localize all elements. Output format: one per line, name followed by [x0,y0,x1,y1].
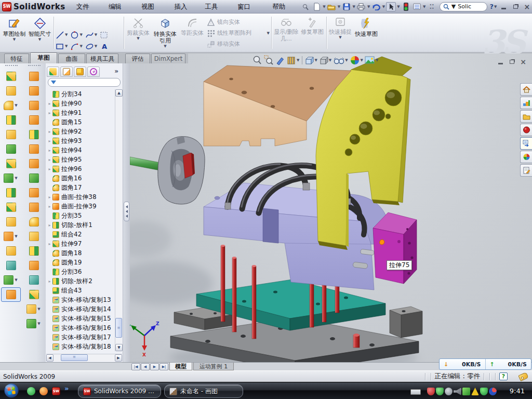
sketch-text-icon[interactable]: A [100,42,109,51]
tree-item[interactable]: 分割36 [46,267,115,276]
arc-dropdown-icon[interactable]: ▼ [79,44,82,48]
tree-item[interactable]: 实体-移动/复制14 [46,304,115,314]
security-red-icon[interactable] [427,388,435,395]
toolbar-overflow-icon[interactable]: ⁚⁚ [427,2,437,11]
freeform-icon[interactable]: ▼ [24,316,44,331]
selected-tool-icon[interactable] [1,287,21,302]
custom-properties-icon[interactable] [520,164,532,177]
swept-boss-icon[interactable] [24,69,44,84]
view-settings-dropdown-icon[interactable]: ▼ [423,5,425,9]
dimxpertmanager-tab[interactable]: + [87,66,100,77]
new-document-icon[interactable] [312,2,322,11]
doc-close-button[interactable]: × [518,58,528,65]
quicklaunch-chevron-icon[interactable]: » [64,384,69,392]
launcher-icon[interactable] [39,387,48,395]
tab-sketch[interactable]: 草图 [30,52,57,63]
undo-icon[interactable] [371,2,381,11]
task-paint[interactable]: 未命名 - 画图 [164,384,243,398]
select-dropdown-icon[interactable]: ▼ [397,5,400,9]
shield-plus-icon[interactable] [480,388,488,395]
tree-item[interactable]: ▸切除-放样2 [46,276,115,286]
circle-icon[interactable] [70,31,79,39]
spline-icon[interactable] [85,31,94,39]
view-settings-icon[interactable] [412,2,422,11]
rib-icon[interactable] [24,127,44,142]
smart-dimension-dropdown-icon[interactable]: ▼ [38,37,41,42]
quick-tips-icon[interactable]: ? [499,373,508,380]
help-icon[interactable]: ? [489,3,494,10]
tree-item[interactable]: ▸拉伸95 [46,155,115,164]
convert-entities-button[interactable]: 转换实体引用▼ [152,16,179,50]
spline-dropdown-icon[interactable]: ▼ [95,33,97,37]
tree-item[interactable]: ▸拉伸97 [46,239,115,248]
tree-item[interactable]: 圆角19 [46,258,115,267]
search-dropdown-icon[interactable]: ▼ [451,3,456,10]
home-icon[interactable] [520,83,532,96]
tree-item[interactable]: ▸切除-放样1 [46,220,115,230]
sprue-clamp[interactable] [158,136,205,204]
graphics-viewport[interactable]: Y Z X ▼ ▼ ▼ ▼ ▼ ▼ × 拉 [130,54,532,362]
tree-item[interactable]: 实体-移动/复制18 [46,342,115,351]
tree-item[interactable]: ▸拉伸92 [46,127,115,136]
thicken-icon[interactable] [24,185,44,200]
parting-line-icon[interactable] [24,244,44,258]
orientation-dropdown-icon[interactable]: ▼ [314,58,317,62]
messenger-icon[interactable] [27,387,35,395]
sketch-button[interactable]: 草图绘制▼ [2,16,26,50]
solidworks-quicklaunch-icon[interactable]: SW [52,387,60,395]
tree-item[interactable]: 圆角18 [46,248,115,258]
doc-restore-button[interactable] [507,58,516,65]
menu-tools[interactable]: 工具(T) [200,0,232,14]
menu-file[interactable]: 文件(F) [71,0,103,14]
tree-item[interactable]: 组合43 [46,286,115,295]
zoom-area-icon[interactable] [264,55,273,65]
tree-item[interactable]: 分割34 [46,89,115,99]
rectangle-icon[interactable] [56,42,64,51]
menu-insert[interactable]: 插入(I) [169,0,200,14]
section-view-icon[interactable] [287,55,296,65]
tree-item[interactable]: 圆角15 [46,117,115,127]
lofted-boss-icon[interactable] [24,98,44,113]
rectangle-dropdown-icon[interactable]: ▼ [65,44,68,48]
side-core-block[interactable] [373,212,417,284]
display-style-dropdown-icon[interactable]: ▼ [329,58,331,62]
end-cap-icon[interactable] [24,215,44,229]
tree-item[interactable]: 组合42 [46,230,115,239]
tab-surfaces[interactable]: 曲面 [58,54,85,63]
tab-motion-study[interactable]: 运动算例 1 [193,363,234,370]
flatten-icon[interactable] [24,273,44,287]
scroll-up-icon[interactable]: ▲ [115,89,123,97]
hide-show-icon[interactable] [333,55,344,65]
tree-item[interactable]: 实体-移动/复制17 [46,332,115,342]
display-style-icon[interactable] [319,55,328,65]
open-icon[interactable] [327,2,337,11]
line-icon[interactable] [56,31,64,39]
pushpin-icon[interactable] [301,2,311,11]
rebuild-traffic-light-icon[interactable] [401,2,411,11]
pattern-icon[interactable]: ▼ [1,171,21,185]
undo-dropdown-icon[interactable]: ▼ [382,5,385,9]
fillet-icon[interactable]: ▼ [1,98,21,113]
last-tab-icon[interactable]: ▶| [159,363,168,370]
tooling-split-icon[interactable] [24,229,44,244]
tab-evaluate[interactable]: 评估 [125,54,150,63]
splitter-handle[interactable] [124,202,129,221]
line-dropdown-icon[interactable]: ▼ [65,33,68,37]
doc-minimize-button[interactable] [496,58,505,65]
tree-vertical-scrollbar[interactable]: ▲ ≡ ▼ [115,89,122,351]
keyboard-icon[interactable] [410,389,421,395]
resources-icon[interactable] [520,124,532,136]
scene-dropdown-icon[interactable]: ▼ [376,58,378,62]
start-button[interactable] [4,383,19,398]
save-icon[interactable] [341,2,351,11]
configurationmanager-tab[interactable] [74,66,86,77]
menu-window[interactable]: 窗口(W) [232,0,267,14]
surface-icon[interactable] [24,142,44,156]
featuremanager-tab[interactable] [47,66,59,77]
ellipse-icon[interactable] [85,42,94,51]
move-face-icon[interactable] [24,258,44,273]
scroll-left-icon[interactable]: ◀ [46,354,54,362]
draft-icon[interactable] [1,142,21,156]
smart-dimension-button[interactable]: 智能尺寸▼ [28,16,52,50]
move-body-icon[interactable] [1,215,21,229]
